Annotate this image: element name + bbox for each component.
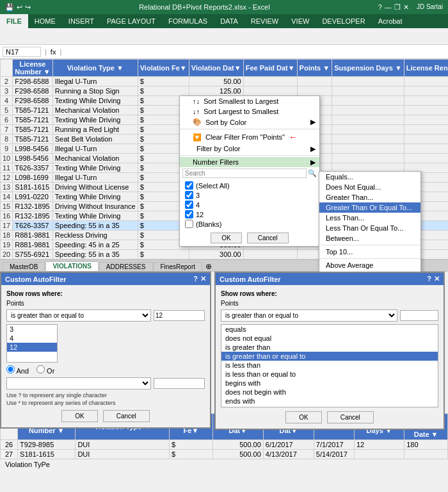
custom-autofilter-dialog-left[interactable]: Custom AutoFilter ? ✕ Show rows where: P… [0,272,211,429]
suspension-days-cell[interactable] [404,144,448,154]
maximize-icon[interactable]: ❐ [394,3,401,12]
op-begins-with[interactable]: begins with [221,379,438,388]
tab-acrobat[interactable]: Acrobat [372,14,409,28]
bottom-points[interactable]: 12 [354,440,404,450]
license-number-cell[interactable]: F298-6588 [13,86,53,96]
license-number-cell[interactable]: T585-7121 [13,115,53,125]
sheet-tab-addresses[interactable]: ADDRESSES [99,262,153,271]
dialog-left-icons[interactable]: ? ✕ [193,275,206,283]
violation-type-cell[interactable]: Illegal U-Turn [52,173,138,183]
filter-values-list[interactable]: 3 4 12 [6,324,58,363]
op-ends-with[interactable]: ends with [221,397,438,406]
minimize-icon[interactable]: — [385,3,392,12]
checkbox-3[interactable]: 3 [185,190,314,200]
op-less-equal[interactable]: is less than or equal to [221,370,438,379]
violation-type-cell[interactable]: Texting While Driving [52,96,138,106]
dialog-right-cancel-button[interactable]: Cancel [327,411,374,423]
tab-file[interactable]: FILE [0,14,28,28]
filter-above-avg[interactable]: Above Average [319,260,420,270]
dialog-right-help-icon[interactable]: ? [427,275,431,283]
sheet-tab-finesreport[interactable]: FinesReport [154,262,202,271]
tab-data[interactable]: DATA [214,14,244,28]
op-greater-equal[interactable]: is greater than or equal to [221,352,438,361]
op-less[interactable]: is less than [221,361,438,370]
checkbox-select-all-input[interactable] [185,181,193,190]
fee-paid-date-cell[interactable] [297,86,332,96]
tab-insert[interactable]: INSERT [62,14,100,28]
close-icon[interactable]: ✕ [403,3,409,12]
sort-largest[interactable]: ↓↑ Sort Largest to Smallest [180,106,319,117]
suspension-days-cell[interactable] [404,115,448,125]
checkbox-3-input[interactable] [185,191,193,199]
col-header-F[interactable]: Points ▼ [297,60,332,77]
checkbox-4[interactable]: 4 [185,200,314,209]
bottom-violation-date[interactable]: 6/1/2017 [263,440,314,450]
add-sheet-icon[interactable]: ⊕ [205,262,212,271]
condition2-select[interactable] [6,377,151,390]
col-header-E[interactable]: Fee Paid Dat▼ [243,60,297,77]
bottom-suspension[interactable] [404,450,448,459]
condition1-select[interactable]: is greater than or equal to [6,309,151,322]
filter-greater-than[interactable]: Greater Than... [319,192,420,202]
checkbox-12-input[interactable] [185,210,193,218]
bottom-fee-paid[interactable]: 5/14/2017 [314,450,354,459]
violation-type-cell[interactable]: Speeding: 45 in a 25 [52,240,138,250]
license-number-cell[interactable]: F298-6588 [13,77,53,86]
filter-not-equals[interactable]: Does Not Equal... [319,182,420,192]
help-icon[interactable]: ? [378,3,382,12]
dialog-right-icons[interactable]: ? ✕ [427,275,440,283]
col-header-G[interactable]: Suspension Days ▼ [332,60,404,77]
license-number-cell[interactable]: R132-1895 [13,211,53,221]
license-number-cell[interactable]: T585-7121 [13,106,53,115]
checkbox-blanks[interactable]: (Blanks) [185,219,314,229]
filter-less-than[interactable]: Less Than... [319,213,420,223]
redo-icon[interactable]: ↪ [25,3,31,12]
sort-by-color[interactable]: 🎨 Sort by Color ▶ [180,117,319,127]
checkbox-4-input[interactable] [185,201,193,209]
violation-type-cell[interactable]: Texting While Driving [52,211,138,221]
op-greater[interactable]: is greater than [221,343,438,352]
points-cell[interactable] [332,106,404,115]
col-header-B[interactable]: Violation Type ▼ [52,60,138,77]
col-header-D[interactable]: Violation Dat▼ [189,60,243,77]
and-radio-label[interactable]: And [6,365,29,375]
op-equals[interactable]: equals [221,325,438,334]
violation-type-cell[interactable]: Texting While Driving [52,115,138,125]
suspension-days-cell[interactable] [404,154,448,163]
license-number-cell[interactable]: L998-5456 [13,144,53,154]
filter-by-color[interactable]: Filter by Color ▶ [180,144,319,154]
violation-date-cell[interactable] [243,86,297,96]
tab-page-layout[interactable]: PAGE LAYOUT [100,14,162,28]
filter-search-box[interactable]: 🔍 [180,167,319,179]
value2-input[interactable] [154,378,205,389]
license-number-cell[interactable]: T585-7121 [13,125,53,135]
license-number-cell[interactable]: F298-6588 [13,96,53,106]
violation-type-cell[interactable]: Illegal U-Turn [52,77,138,86]
tab-home[interactable]: HOME [28,14,62,28]
op-not-ends[interactable]: does not end with [221,406,438,407]
cell-reference-box[interactable] [3,47,41,57]
sheet-tab-masterdb[interactable]: MasterDB [3,262,45,271]
points-cell[interactable] [332,144,404,154]
title-bar-left-icons[interactable]: 💾 ↩ ↪ [5,3,31,12]
right-value1-input[interactable] [400,310,438,321]
or-radio-label[interactable]: Or [36,365,54,375]
checkbox-blanks-input[interactable] [185,220,193,228]
dialog-right-ok-button[interactable]: OK [285,411,321,423]
bottom-fee-paid[interactable]: 7/1/2017 [314,440,354,450]
operator-dropdown-list[interactable]: equals does not equal is greater than is… [221,324,438,407]
bottom-violation-date[interactable]: 4/13/2017 [263,450,314,459]
custom-autofilter-dialog-right[interactable]: Custom AutoFilter ? ✕ Show rows where: P… [214,272,445,430]
points-cell[interactable] [332,115,404,125]
license-number-cell[interactable]: R881-9881 [13,240,53,250]
formula-input[interactable] [65,48,445,56]
list-item-3[interactable]: 3 [7,325,57,334]
list-item-4[interactable]: 4 [7,334,57,343]
filter-greater-equal[interactable]: Greater Than Or Equal To... [319,202,420,213]
filter-cancel-button[interactable]: Cancel [247,233,289,243]
filter-equals[interactable]: Equals... [319,172,420,182]
undo-icon[interactable]: ↩ [17,3,22,12]
violation-type-cell[interactable]: Running a Stop Sign [52,86,138,96]
dialog-left-cancel-button[interactable]: Cancel [103,410,150,422]
violation-date-cell[interactable] [243,250,297,259]
